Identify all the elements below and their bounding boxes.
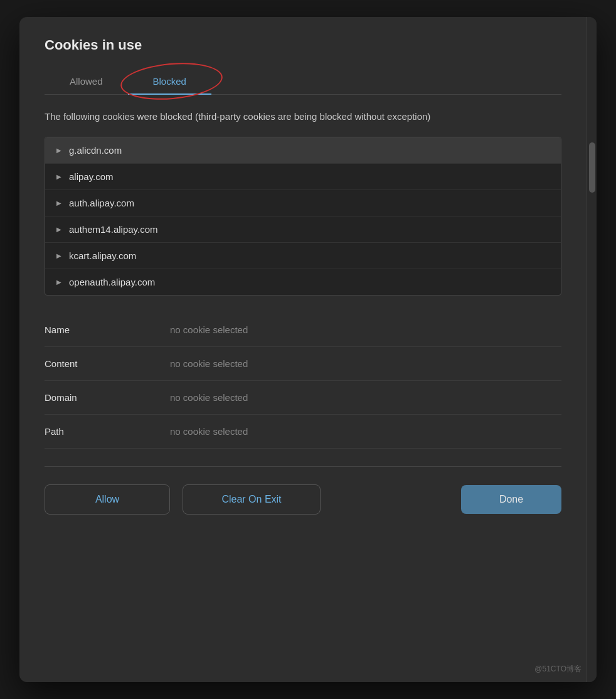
cookie-item[interactable]: ▶ g.alicdn.com [45,137,561,164]
cookie-domain: auth.alipay.com [69,198,134,208]
domain-value: no cookie selected [170,392,248,403]
cookie-item[interactable]: ▶ kcart.alipay.com [45,243,561,269]
path-value: no cookie selected [170,426,248,437]
cookie-details: Name no cookie selected Content no cooki… [45,313,561,449]
cookie-domain: authem14.alipay.com [69,224,157,235]
tab-blocked-wrapper: Blocked [128,68,211,94]
cookie-domain: openauth.alipay.com [69,277,155,287]
detail-name-row: Name no cookie selected [45,313,561,347]
tab-allowed[interactable]: Allowed [45,68,128,94]
expand-arrow-icon: ▶ [56,173,61,180]
detail-content-row: Content no cookie selected [45,347,561,381]
expand-arrow-icon: ▶ [56,200,61,206]
detail-path-row: Path no cookie selected [45,415,561,449]
cookie-item[interactable]: ▶ alipay.com [45,164,561,190]
cookie-domain: kcart.alipay.com [69,250,136,261]
tabs-container: Allowed Blocked [45,68,561,95]
expand-arrow-icon: ▶ [56,279,61,285]
watermark: @51CTO博客 [534,664,581,675]
cookie-domain: g.alicdn.com [69,145,122,156]
expand-arrow-icon: ▶ [56,147,61,154]
cookie-domain: alipay.com [69,171,114,182]
content-value: no cookie selected [170,358,248,369]
cookie-item[interactable]: ▶ openauth.alipay.com [45,269,561,295]
allow-button[interactable]: Allow [45,484,170,515]
detail-domain-row: Domain no cookie selected [45,381,561,415]
scrollbar-track[interactable] [587,17,597,682]
name-label: Name [45,324,170,335]
path-label: Path [45,426,170,437]
expand-arrow-icon: ▶ [56,226,61,233]
button-row: Allow Clear On Exit Done [45,484,561,515]
scrollbar-thumb[interactable] [589,142,595,193]
cookie-list: ▶ g.alicdn.com ▶ alipay.com ▶ auth.alipa… [45,137,561,296]
clear-on-exit-button[interactable]: Clear On Exit [183,484,321,515]
name-value: no cookie selected [170,324,248,335]
bottom-divider [45,466,561,467]
tab-blocked[interactable]: Blocked [128,68,211,94]
domain-label: Domain [45,392,170,403]
done-button[interactable]: Done [461,485,561,514]
dialog-title: Cookies in use [45,37,561,53]
cookie-item[interactable]: ▶ authem14.alipay.com [45,216,561,243]
cookie-item[interactable]: ▶ auth.alipay.com [45,190,561,216]
blocked-info-text: The following cookies were blocked (thir… [45,95,561,137]
expand-arrow-icon: ▶ [56,252,61,259]
cookies-dialog: Cookies in use Allowed Blocked The follo… [19,17,597,682]
content-label: Content [45,358,170,369]
